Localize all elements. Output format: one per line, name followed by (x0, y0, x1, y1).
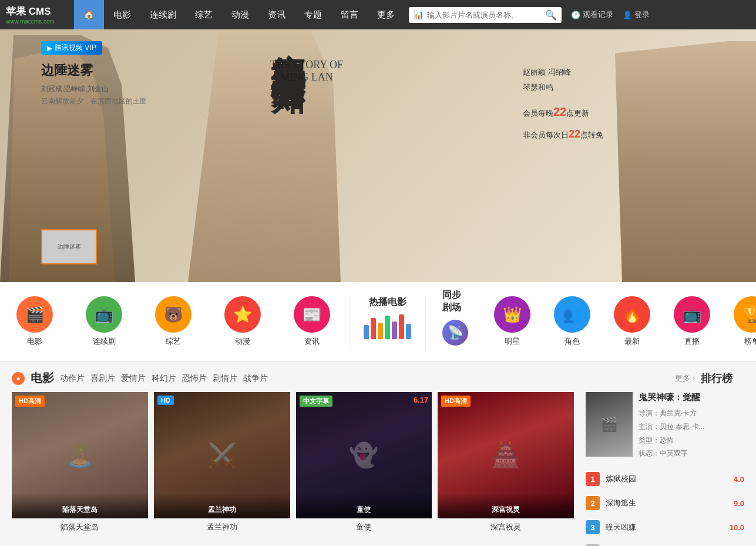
tag-romance[interactable]: 爱情片 (121, 373, 146, 384)
rank-name-2: 深海逃生 (606, 498, 734, 508)
rank-title: 排行榜 (701, 371, 744, 386)
rank-num-1: 1 (586, 472, 600, 486)
movie-card-2[interactable]: ⚔️ HD 孟兰神功 孟兰神功 (154, 392, 290, 546)
movie-thumb-1: 🏝️ HD高清 陷落天堂岛 (12, 392, 148, 518)
banner: ▶ 腾讯视频 VIP 边陲迷雾 刘冠成,温峥嵘,刘金山 云南解放前夕，在滇西地区… (0, 29, 756, 282)
nav-topic[interactable]: 专题 (295, 0, 331, 29)
movie-card-3[interactable]: 👻 中文字幕 6.17 童使 童使 (296, 392, 432, 546)
rank-name-3: 瞳天凶嫌 (606, 522, 730, 532)
logo: 苹果 CMS www.maccms.com (6, 5, 70, 25)
banner-thumbnail[interactable]: 边陲迷雾 (41, 229, 97, 264)
badge-4: HD高清 (441, 396, 471, 407)
rank-list: 1 炼狱校园 4.0 2 深海逃生 9.0 3 瞳天凶嫌 10.0 4 (586, 467, 744, 546)
cat-drama-label: 连续剧 (93, 336, 116, 350)
nav-anime[interactable]: 动漫 (222, 0, 258, 29)
promo-sync-theater[interactable]: 同步剧场 📡 (428, 289, 482, 357)
content-area: 🏝️ HD高清 陷落天堂岛 陷落天堂岛 ⚔️ HD 孟兰神功 孟兰神功 👻 (0, 392, 756, 546)
promo-sync-icon: 📡 (442, 320, 468, 346)
search-icon[interactable]: 🔍 (545, 9, 557, 21)
rank-item-1[interactable]: 1 炼狱校园 4.0 (586, 467, 744, 491)
cat-anime-label: 动漫 (235, 336, 250, 350)
cat-star[interactable]: 👑 明星 (482, 296, 542, 350)
rank-name-1: 炼狱校园 (606, 474, 734, 484)
cat-drama[interactable]: 📺 连续剧 (69, 296, 139, 350)
nav-news[interactable]: 资讯 (258, 0, 295, 29)
cat-news-icon: 📰 (294, 296, 330, 333)
nav-movie[interactable]: 电影 (104, 0, 140, 29)
tag-scifi[interactable]: 科幻片 (152, 373, 176, 384)
rank-item-4[interactable]: 4 (586, 540, 744, 546)
cat-live-label: 直播 (684, 336, 700, 350)
rank-num-3: 3 (586, 520, 600, 534)
movie-grid: 🏝️ HD高清 陷落天堂岛 陷落天堂岛 ⚔️ HD 孟兰神功 孟兰神功 👻 (12, 392, 574, 546)
rank-item-2[interactable]: 2 深海逃生 9.0 (586, 491, 744, 515)
cat-variety-icon: 🐻 (155, 296, 191, 333)
cat-variety[interactable]: 🐻 综艺 (139, 296, 208, 350)
tag-drama[interactable]: 剧情片 (213, 373, 237, 384)
cat-live[interactable]: 📺 直播 (662, 296, 722, 350)
cat-rank-icon: 🏆 (734, 296, 756, 333)
cat-drama-icon: 📺 (86, 296, 122, 333)
cat-news[interactable]: 📰 资讯 (277, 296, 347, 350)
nav-more[interactable]: 更多 (368, 0, 404, 29)
rank-director: 导演：典兰克·卡方 (639, 407, 744, 420)
cat-star-label: 明星 (505, 336, 520, 350)
tag-war[interactable]: 战争片 (243, 373, 268, 384)
cat-anime[interactable]: ⭐ 动漫 (208, 296, 277, 350)
search-input[interactable] (427, 11, 542, 19)
vip-icon: ▶ (47, 44, 52, 52)
movie-card-4[interactable]: 🏯 HD高清 深宫祝灵 深宫祝灵 (438, 392, 574, 546)
movie-card-1[interactable]: 🏝️ HD高清 陷落天堂岛 陷落天堂岛 (12, 392, 148, 546)
movie-name-1: 陷落天堂岛 (12, 522, 148, 532)
cat-movie[interactable]: 🎬 电影 (0, 296, 69, 350)
promo-sync-title: 同步剧场 (442, 289, 468, 314)
cat-anime-icon: ⭐ (224, 296, 261, 333)
tag-horror[interactable]: 恐怖片 (182, 373, 207, 384)
cat-role[interactable]: 👥 角色 (542, 296, 602, 350)
cat-latest-icon: 🔥 (614, 296, 650, 333)
tag-comedy[interactable]: 喜剧片 (90, 373, 115, 384)
more-link[interactable]: 更多 › (675, 373, 695, 384)
rank-featured-name: 鬼哭神嚎：觉醒 (639, 392, 744, 403)
rank-featured[interactable]: 🎬 鬼哭神嚎：觉醒 导演：典兰克·卡方 主演：贝拉·泰思·卡... 类型：恐怖 … (586, 392, 744, 460)
rank-score-3: 10.0 (730, 523, 744, 532)
movie-section-icon: ● (12, 372, 25, 385)
movie-name-2: 孟兰神功 (154, 522, 290, 532)
banner-title: 边陲迷雾 刘冠成,温峥嵘,刘金山 云南解放前夕，在滇西地区的土匪 (41, 62, 147, 106)
cat-star-icon: 👑 (494, 296, 530, 333)
login-button[interactable]: 👤 登录 (623, 9, 650, 20)
cat-rank-label: 榜单 (744, 336, 756, 350)
watch-history[interactable]: 🕐 观看记录 (571, 9, 613, 20)
sidebar-rank: 🎬 鬼哭神嚎：觉醒 导演：典兰克·卡方 主演：贝拉·泰思·卡... 类型：恐怖 … (574, 392, 744, 546)
badge-3: 中文字幕 (300, 396, 332, 407)
rank-thumb: 🎬 (586, 392, 633, 457)
rank-cast: 主演：贝拉·泰思·卡... (639, 420, 744, 434)
movie-title-overlay-1: 陷落天堂岛 (12, 493, 148, 518)
movie-section-title: 电影 (31, 370, 54, 386)
clock-icon: 🕐 (571, 11, 580, 19)
cat-live-icon: 📺 (674, 296, 710, 333)
nav-variety[interactable]: 综艺 (186, 0, 222, 29)
vip-badge: ▶ 腾讯视频 VIP (41, 41, 102, 55)
movie-section-header: ● 电影 动作片 喜剧片 爱情片 科幻片 恐怖片 剧情片 战争片 更多 › 排行… (0, 362, 756, 392)
cat-latest-label: 最新 (624, 336, 640, 350)
movie-title-overlay-4: 深宫祝灵 (438, 493, 574, 518)
movie-name-4: 深宫祝灵 (438, 522, 574, 532)
movie-thumb-3: 👻 中文字幕 6.17 童使 (296, 392, 432, 518)
nav-message[interactable]: 留言 (331, 0, 368, 29)
rank-num-2: 2 (586, 496, 600, 510)
promo-hot-movies[interactable]: 热播电影 (349, 296, 426, 351)
cat-movie-icon: 🎬 (16, 296, 53, 333)
nav-home[interactable]: 🏠 (74, 0, 104, 29)
home-icon: 🏠 (83, 9, 95, 20)
cat-rank[interactable]: 🏆 榜单 (722, 296, 756, 350)
cat-latest[interactable]: 🔥 最新 (602, 296, 662, 350)
rank-score-2: 9.0 (734, 499, 744, 508)
nav-drama[interactable]: 连续剧 (140, 0, 186, 29)
search-box: 📊 🔍 (409, 7, 562, 23)
rank-score-1: 4.0 (734, 475, 744, 484)
tag-action[interactable]: 动作片 (60, 373, 85, 384)
rank-item-3[interactable]: 3 瞳天凶嫌 10.0 (586, 515, 744, 540)
rank-type: 类型：恐怖 (639, 434, 744, 447)
banner-center-title: 知否知否應是綠肥紅瘦 THE STORY OFMING LAN (270, 53, 343, 83)
